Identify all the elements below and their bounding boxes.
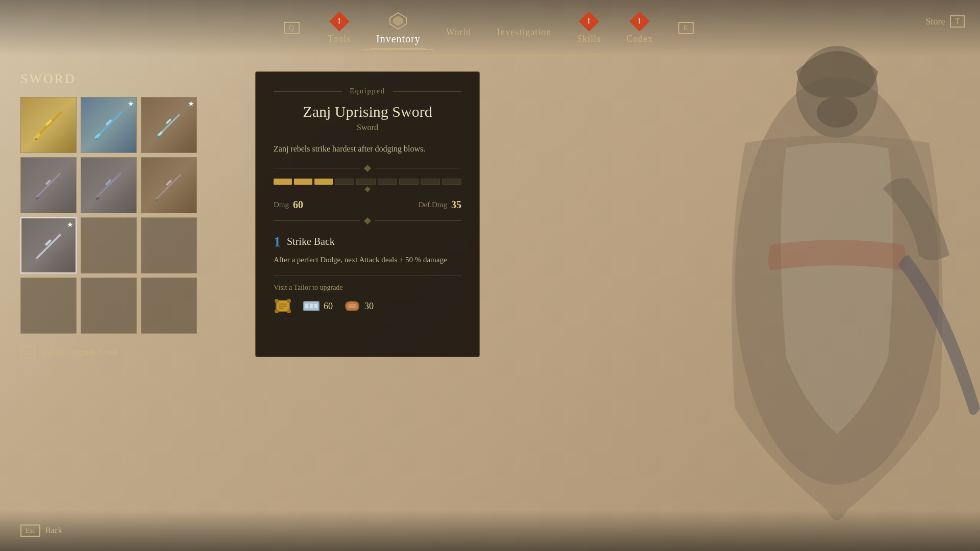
world-label: World [446, 27, 472, 38]
svg-marker-4 [393, 16, 403, 26]
back-label: Back [45, 526, 62, 535]
item-slot-4[interactable] [20, 157, 77, 213]
item-slot-6[interactable] [141, 157, 197, 213]
bar-dot [364, 186, 370, 192]
divider-diamond-1 [364, 165, 371, 172]
silver-amount: 60 [324, 301, 333, 312]
world-icon [450, 19, 468, 24]
bar-seg-7 [399, 179, 419, 185]
item-inner-3 [144, 100, 193, 149]
svg-point-36 [275, 309, 279, 313]
inventory-icon [389, 12, 407, 30]
nav-item-world[interactable]: World [433, 14, 484, 43]
divider-line-2 [375, 168, 461, 168]
upgrade-label: Visit a Tailor to upgrade [274, 284, 461, 292]
bar-indicator [274, 187, 461, 191]
item-slot-9[interactable] [141, 217, 197, 273]
bar-seg-9 [442, 179, 461, 185]
svg-point-34 [275, 299, 279, 303]
bar-seg-6 [378, 179, 397, 185]
tools-icon-diamond: ! [329, 11, 350, 32]
item-slot-10[interactable] [20, 278, 77, 334]
codex-label: Codex [626, 34, 653, 44]
ability-header: 1 Strike Back [274, 234, 461, 250]
nav-item-tools[interactable]: ! Tools [315, 7, 363, 49]
upgrade-section: Visit a Tailor to upgrade [274, 276, 461, 314]
skills-icon: ! [580, 12, 598, 31]
svg-rect-40 [305, 304, 308, 308]
bar-seg-2 [294, 179, 312, 185]
nav-key-q[interactable]: Q [271, 17, 315, 39]
stat-def-dmg: Def.Dmg 35 [419, 199, 461, 211]
skills-icon-diamond: ! [579, 11, 599, 32]
stats-row: Dmg 60 Def.Dmg 35 [274, 199, 461, 211]
svg-line-17 [37, 173, 60, 197]
equipped-row: Equipped [274, 87, 461, 95]
divider-diamond-2 [364, 217, 371, 224]
main-content: SWORD ★ [0, 61, 980, 510]
item-slot-2[interactable]: ★ [81, 97, 137, 153]
store-area[interactable]: Store T [925, 15, 965, 28]
nav-key-e[interactable]: E [666, 17, 709, 39]
divider-line-3 [274, 220, 360, 221]
bar-seg-3 [314, 179, 333, 185]
svg-line-20 [97, 173, 120, 197]
sort-label: Sort By Upgrade Level [41, 348, 117, 357]
item-slot-5[interactable] [81, 157, 137, 213]
divider-line-1 [274, 168, 360, 168]
top-navigation: Q ! Tools Inventory World [0, 0, 980, 56]
store-key: T [950, 15, 965, 28]
ability-section: 1 Strike Back After a perfect Dodge, nex… [274, 234, 461, 266]
divider-2 [274, 218, 461, 223]
item-inner-5 [84, 160, 133, 210]
item-slot-11[interactable] [81, 278, 137, 334]
item-inner-2 [84, 100, 133, 149]
item-inner-6 [144, 160, 193, 210]
dmg-value: 60 [293, 199, 303, 211]
resource-scroll [274, 298, 292, 314]
item-grid: ★ ★ [20, 97, 235, 334]
ability-desc: After a perfect Dodge, next Attack deals… [274, 254, 461, 266]
store-label: Store [925, 16, 945, 27]
investigation-icon [515, 19, 533, 24]
leather-icon [343, 299, 361, 313]
upgrade-resources: 60 30 [274, 298, 461, 314]
svg-line-6 [36, 135, 39, 138]
category-title: SWORD [20, 71, 235, 87]
investigation-label: Investigation [497, 27, 551, 38]
item-slot-1[interactable] [20, 97, 77, 153]
item-slot-12[interactable] [141, 278, 197, 334]
item-name: Zanj Uprising Sword [274, 103, 461, 120]
nav-items-container: Q ! Tools Inventory World [271, 7, 709, 50]
silver-icon [302, 299, 321, 313]
nav-item-investigation[interactable]: Investigation [484, 14, 564, 43]
tools-icon: ! [330, 12, 349, 31]
def-dmg-value: 35 [451, 199, 461, 211]
svg-line-23 [156, 174, 181, 199]
nav-item-codex[interactable]: ! Codex [614, 7, 666, 49]
svg-line-10 [96, 135, 99, 138]
item-slot-7[interactable]: ★ [20, 217, 77, 273]
star-badge-2: ★ [128, 99, 134, 108]
back-action[interactable]: Esc Back [20, 524, 62, 537]
divider-line-4 [375, 220, 461, 221]
codex-icon-diamond: ! [630, 11, 650, 32]
svg-point-37 [287, 309, 291, 313]
bottom-actions: Esc Back [20, 524, 62, 537]
resource-leather: 30 [343, 299, 374, 313]
star-badge-7: ★ [67, 220, 74, 229]
item-slot-3[interactable]: ★ [141, 97, 197, 153]
svg-line-14 [159, 133, 161, 135]
codex-icon: ! [630, 12, 649, 31]
nav-item-inventory[interactable]: Inventory [363, 7, 433, 50]
item-slot-8[interactable] [81, 217, 137, 273]
upgrade-bar [274, 179, 461, 185]
e-key-badge: E [678, 22, 694, 34]
sort-key: Z [20, 346, 35, 359]
nav-item-skills[interactable]: ! Skills [564, 7, 614, 49]
sort-action[interactable]: Z Sort By Upgrade Level [20, 346, 235, 359]
detail-panel: Equipped Zanj Uprising Sword Sword Zanj … [255, 71, 480, 357]
svg-point-35 [287, 299, 291, 303]
inventory-panel: SWORD ★ [0, 61, 255, 510]
tools-label: Tools [328, 34, 351, 44]
